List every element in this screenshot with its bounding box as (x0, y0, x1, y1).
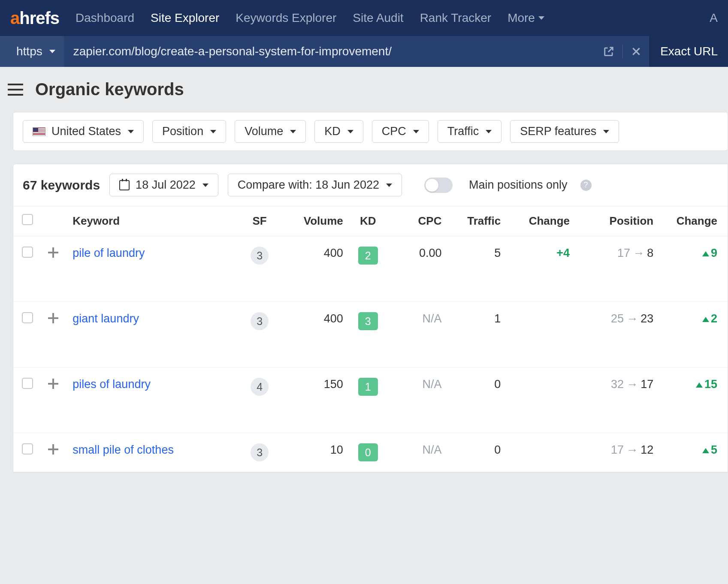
protocol-dropdown[interactable]: https (0, 36, 64, 67)
keyword-link[interactable]: piles of laundry (72, 378, 151, 391)
expand-row-button[interactable] (47, 312, 59, 324)
nav-item-site-explorer[interactable]: Site Explorer (151, 11, 219, 25)
filter-label: CPC (382, 125, 406, 138)
nav-item-label: Site Audit (353, 11, 403, 25)
card-toolbar: 67 keywords 18 Jul 2022 Compare with: 18… (13, 164, 728, 206)
col-cpc[interactable]: CPC (388, 206, 447, 236)
cell-position-change: 2 (659, 302, 728, 367)
chevron-down-icon (128, 130, 134, 133)
col-traffic[interactable]: Traffic (447, 206, 506, 236)
table-row: small pile of clothes3100N/A017→125 (13, 433, 728, 472)
date-label: 18 Jul 2022 (136, 178, 196, 192)
nav-item-label: Keywords Explorer (236, 11, 336, 25)
cell-position: 32→17 (575, 367, 659, 433)
top-nav: ahrefs DashboardSite ExplorerKeywords Ex… (0, 0, 728, 36)
clear-url-button[interactable] (623, 43, 649, 60)
nav-item-partial[interactable]: A (710, 11, 718, 25)
cell-position: 17→8 (575, 236, 659, 302)
main-positions-toggle[interactable] (424, 178, 453, 193)
col-volume[interactable]: Volume (279, 206, 348, 236)
cell-traffic-change (506, 367, 575, 433)
sf-badge: 3 (251, 247, 269, 265)
up-triangle-icon (702, 448, 709, 453)
calendar-icon (119, 180, 130, 190)
chevron-down-icon (538, 16, 544, 20)
help-icon[interactable]: ? (580, 180, 592, 191)
col-position-change[interactable]: Change (659, 206, 728, 236)
table-row: piles of laundry41501N/A032→1715 (13, 367, 728, 433)
row-checkbox[interactable] (22, 378, 33, 389)
menu-button[interactable] (8, 84, 23, 96)
cell-traffic-change (506, 302, 575, 367)
up-triangle-icon (702, 317, 709, 322)
row-checkbox[interactable] (22, 443, 33, 455)
country-filter[interactable]: United States (23, 120, 144, 143)
row-checkbox[interactable] (22, 247, 33, 258)
cell-traffic: 5 (447, 236, 506, 302)
cell-cpc: N/A (388, 433, 447, 472)
open-external-button[interactable] (595, 43, 622, 60)
cell-traffic: 0 (447, 433, 506, 472)
filter-label: Position (162, 125, 203, 138)
cell-volume: 150 (279, 367, 348, 433)
nav-item-dashboard[interactable]: Dashboard (76, 11, 134, 25)
keywords-table: Keyword SF Volume KD CPC Traffic Change … (13, 206, 728, 472)
chevron-down-icon (486, 130, 492, 133)
filter-serp-features[interactable]: SERP features (510, 120, 619, 143)
col-keyword[interactable]: Keyword (67, 206, 240, 236)
chevron-down-icon (347, 130, 353, 133)
us-flag-icon (33, 127, 45, 136)
protocol-label: https (16, 45, 42, 58)
table-row: giant laundry34003N/A125→232 (13, 302, 728, 367)
chevron-down-icon (49, 50, 55, 53)
date-picker[interactable]: 18 Jul 2022 (109, 174, 218, 196)
kd-badge: 2 (358, 247, 378, 265)
select-all-checkbox[interactable] (22, 214, 33, 225)
sf-badge: 3 (251, 312, 269, 330)
nav-item-label: Dashboard (76, 11, 134, 25)
cell-traffic-change: +4 (506, 236, 575, 302)
cell-position: 25→23 (575, 302, 659, 367)
keyword-link[interactable]: giant laundry (72, 312, 139, 325)
col-sf[interactable]: SF (240, 206, 279, 236)
toggle-label: Main positions only (469, 178, 568, 192)
keyword-link[interactable]: pile of laundry (72, 247, 145, 259)
nav-item-more[interactable]: More (507, 11, 544, 25)
chevron-down-icon (413, 130, 419, 133)
nav-item-rank-tracker[interactable]: Rank Tracker (420, 11, 492, 25)
cell-volume: 400 (279, 236, 348, 302)
cell-position-change: 5 (659, 433, 728, 472)
kd-badge: 1 (358, 378, 378, 396)
expand-row-button[interactable] (47, 378, 59, 390)
row-checkbox[interactable] (22, 312, 33, 323)
sf-badge: 4 (251, 378, 269, 396)
chevron-down-icon (290, 130, 296, 133)
compare-picker[interactable]: Compare with: 18 Jun 2022 (228, 174, 402, 196)
col-kd[interactable]: KD (348, 206, 388, 236)
filter-kd[interactable]: KD (314, 120, 363, 143)
filter-volume[interactable]: Volume (235, 120, 306, 143)
filter-position[interactable]: Position (152, 120, 226, 143)
col-traffic-change[interactable]: Change (506, 206, 575, 236)
nav-item-site-audit[interactable]: Site Audit (353, 11, 403, 25)
col-position[interactable]: Position (575, 206, 659, 236)
expand-row-button[interactable] (47, 247, 59, 259)
keyword-link[interactable]: small pile of clothes (72, 443, 174, 456)
nav-item-label: More (507, 11, 535, 25)
cell-position-change: 9 (659, 236, 728, 302)
search-mode-dropdown[interactable]: Exact URL (649, 36, 728, 67)
cell-traffic-change (506, 433, 575, 472)
cell-volume: 400 (279, 302, 348, 367)
filter-traffic[interactable]: Traffic (438, 120, 502, 143)
sf-badge: 3 (251, 443, 269, 461)
nav-item-keywords-explorer[interactable]: Keywords Explorer (236, 11, 336, 25)
filter-cpc[interactable]: CPC (372, 120, 429, 143)
url-input[interactable]: zapier.com/blog/create-a-personal-system… (64, 45, 595, 58)
expand-row-button[interactable] (47, 443, 59, 455)
page-header: Organic keywords (0, 67, 728, 112)
filter-label: Volume (245, 125, 283, 138)
table-row: pile of laundry340020.005+417→89 (13, 236, 728, 302)
keywords-card: 67 keywords 18 Jul 2022 Compare with: 18… (13, 164, 728, 473)
external-link-icon (603, 45, 615, 57)
cell-cpc: N/A (388, 367, 447, 433)
